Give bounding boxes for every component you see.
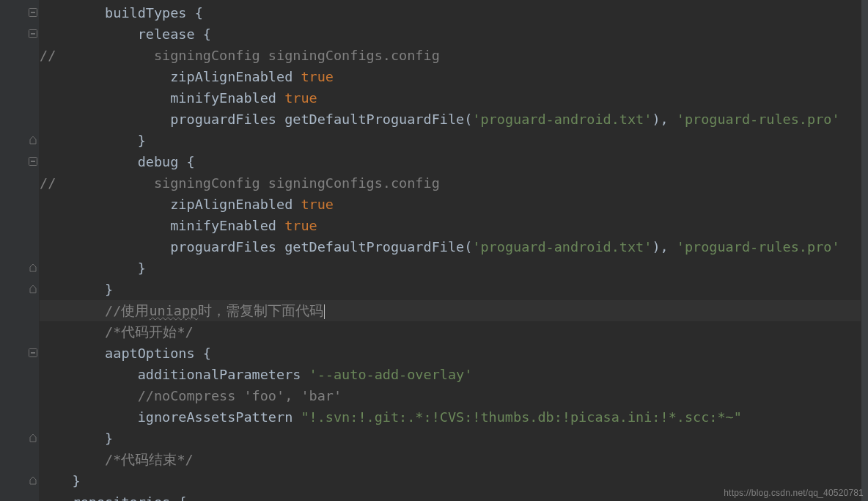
code-line[interactable]: buildTypes { (40, 2, 861, 23)
code-line[interactable]: //noCompress 'foo', 'bar' (40, 385, 861, 406)
code-line[interactable]: minifyEnabled true (40, 215, 861, 236)
code-line[interactable]: minifyEnabled true (40, 87, 861, 109)
code-token: aaptOptions { (105, 345, 211, 361)
code-token: buildTypes { (105, 5, 203, 21)
line-comment-marker: // (40, 48, 56, 63)
code-token: minifyEnabled (170, 218, 284, 233)
code-line[interactable]: // signingConfig signingConfigs.config (40, 172, 861, 194)
code-token: zipAlignEnabled (170, 69, 301, 84)
code-token: true (301, 197, 334, 212)
code-line[interactable]: /*代码结束*/ (40, 449, 861, 470)
code-token: } (105, 282, 113, 297)
fold-open-icon[interactable] (28, 7, 38, 18)
fold-open-icon[interactable] (28, 156, 38, 167)
fold-open-icon[interactable] (28, 348, 38, 358)
fold-close-icon[interactable] (28, 135, 38, 145)
code-token: proguardFiles getDefaultProguardFile( (170, 111, 472, 127)
code-area[interactable]: buildTypes { release {// signingConfig s… (40, 2, 861, 501)
code-token: } (138, 133, 146, 148)
code-token: '--auto-add-overlay' (309, 367, 473, 382)
gutter (0, 0, 40, 501)
code-token: signingConfig signingConfigs.config (56, 48, 439, 63)
code-token: repositories { (73, 494, 187, 501)
code-token: "!.svn:!.git:.*:!CVS:!thumbs.db:!picasa.… (301, 409, 741, 425)
code-line[interactable]: debug { (40, 151, 861, 172)
code-line[interactable]: release { (40, 23, 861, 45)
code-line[interactable]: ignoreAssetsPattern "!.svn:!.git:.*:!CVS… (40, 406, 861, 428)
code-line[interactable]: zipAlignEnabled true (40, 194, 861, 215)
fold-close-icon[interactable] (28, 475, 38, 486)
code-token: signingConfig signingConfigs.config (56, 175, 439, 191)
code-editor[interactable]: buildTypes { release {// signingConfig s… (0, 0, 868, 501)
fold-close-icon[interactable] (28, 284, 38, 294)
code-token: additionalParameters (138, 367, 309, 382)
code-token: zipAlignEnabled (170, 197, 301, 212)
code-token: true (284, 90, 317, 106)
code-token: } (105, 431, 113, 446)
code-line[interactable]: // signingConfig signingConfigs.config (40, 45, 861, 66)
fold-open-icon[interactable] (28, 29, 38, 39)
code-token: ), (652, 239, 676, 255)
right-scroll-strip[interactable] (861, 0, 868, 501)
code-token: ), (652, 111, 676, 127)
code-token: minifyEnabled (170, 90, 284, 106)
code-token: proguardFiles getDefaultProguardFile( (170, 239, 472, 255)
code-token: 'proguard-android.txt' (472, 111, 652, 127)
code-line[interactable]: zipAlignEnabled true (40, 66, 861, 87)
code-line[interactable]: additionalParameters '--auto-add-overlay… (40, 364, 861, 385)
code-line[interactable]: /*代码开始*/ (40, 321, 861, 343)
code-token: 时，需复制下面代码 (198, 303, 323, 318)
code-token: release { (138, 26, 211, 42)
code-line[interactable]: proguardFiles getDefaultProguardFile('pr… (40, 236, 861, 257)
code-token: 'proguard-android.txt' (472, 239, 652, 255)
code-token: true (284, 218, 317, 233)
code-token: debug { (138, 154, 195, 169)
text-caret (324, 304, 325, 319)
code-token: ignoreAssetsPattern (138, 409, 301, 425)
code-token: /*代码结束*/ (105, 452, 194, 467)
fold-close-icon[interactable] (28, 433, 38, 443)
code-line[interactable]: } (40, 257, 861, 279)
code-token: 'proguard-rules.pro' (677, 111, 840, 127)
code-line[interactable]: } (40, 279, 861, 300)
code-token: uniapp (149, 303, 198, 318)
code-token: 'proguard-rules.pro' (677, 239, 840, 255)
code-token: } (138, 260, 146, 276)
code-token: } (73, 473, 81, 489)
code-line[interactable]: } (40, 130, 861, 151)
watermark-text: https://blog.csdn.net/qq_40520781 (724, 488, 864, 498)
code-token: //noCompress 'foo', 'bar' (138, 388, 342, 403)
fold-close-icon[interactable] (28, 263, 38, 273)
code-line[interactable]: } (40, 428, 861, 449)
code-token: //使用 (105, 303, 149, 318)
code-line[interactable]: proguardFiles getDefaultProguardFile('pr… (40, 109, 861, 130)
code-token: /*代码开始*/ (105, 324, 194, 340)
code-line[interactable]: aaptOptions { (40, 343, 861, 364)
code-token: true (301, 69, 334, 84)
code-line[interactable]: //使用uniapp时，需复制下面代码 (40, 300, 861, 321)
line-comment-marker: // (40, 175, 56, 191)
